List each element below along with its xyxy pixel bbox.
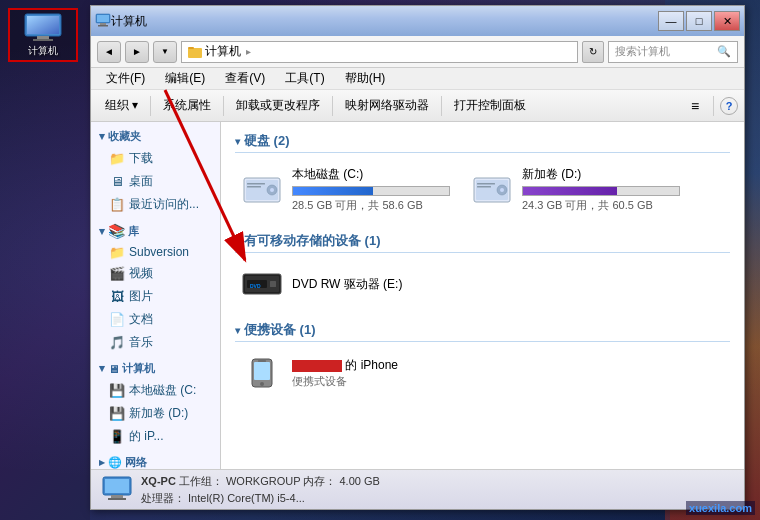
map-drive-button[interactable]: 映射网络驱动器 (337, 94, 437, 118)
status-computer-icon (101, 475, 133, 505)
menu-file[interactable]: 文件(F) (97, 67, 154, 90)
open-panel-button[interactable]: 打开控制面板 (446, 94, 534, 118)
sidebar-item-d-drive[interactable]: 💾 新加卷 (D:) (91, 402, 220, 425)
sidebar-item-recent[interactable]: 📋 最近访问的... (91, 193, 220, 216)
svg-rect-33 (105, 479, 129, 493)
iphone-sidebar-icon: 📱 (109, 430, 125, 444)
view-toggle-button[interactable]: ≡ (683, 94, 707, 118)
toolbar-right: ≡ ? (683, 94, 738, 118)
svg-rect-6 (97, 15, 109, 22)
music-icon: 🎵 (109, 336, 125, 350)
hard-drives-section: ▾ 硬盘 (2) (235, 132, 730, 218)
iphone-device-sub: 便携式设备 (292, 374, 398, 389)
portable-label: 便携设备 (1) (244, 321, 316, 339)
recent-label: 最近访问的... (129, 196, 199, 213)
removable-arrow: ▾ (235, 236, 240, 247)
ram-label: 内存： (303, 475, 336, 487)
sidebar-item-subversion[interactable]: 📁 Subversion (91, 242, 220, 262)
uninstall-button[interactable]: 卸载或更改程序 (228, 94, 328, 118)
hard-drives-title: ▾ 硬盘 (2) (235, 132, 730, 153)
iphone-device-icon (240, 355, 284, 391)
back-button[interactable]: ◄ (97, 41, 121, 63)
toolbar: 组织 ▾ 系统属性 卸载或更改程序 映射网络驱动器 打开控制面板 ≡ ? (91, 90, 744, 122)
dvd-icon: DVD (240, 266, 284, 302)
menu-help[interactable]: 帮助(H) (336, 67, 395, 90)
toolbar-sep-5 (713, 96, 714, 116)
toolbar-sep-1 (150, 96, 151, 116)
menu-edit[interactable]: 编辑(E) (156, 67, 214, 90)
svg-rect-7 (100, 23, 106, 25)
hdd-icon (242, 174, 282, 206)
c-drive-label: 本地磁盘 (C: (129, 382, 196, 399)
iphone-name-text: 的 iPhone (345, 358, 398, 372)
download-label: 下载 (129, 150, 153, 167)
desktop-folder-icon: 🖥 (109, 175, 125, 189)
d-drive-free: 24.3 GB 可用 (522, 199, 587, 211)
network-label: 网络 (125, 455, 147, 469)
close-button[interactable]: ✕ (714, 11, 740, 31)
minimize-button[interactable]: — (658, 11, 684, 31)
sidebar-item-music[interactable]: 🎵 音乐 (91, 331, 220, 354)
toolbar-sep-4 (441, 96, 442, 116)
organize-button[interactable]: 组织 ▾ (97, 94, 146, 118)
c-drive-bar-container (292, 186, 450, 196)
refresh-button[interactable]: ↻ (582, 41, 604, 63)
docs-label: 文档 (129, 311, 153, 328)
sidebar-item-download[interactable]: 📁 下载 (91, 147, 220, 170)
title-bar-icon (95, 13, 111, 29)
svg-rect-15 (247, 183, 265, 185)
menu-view[interactable]: 查看(V) (216, 67, 274, 90)
video-icon: 🎬 (109, 267, 125, 281)
d-drive-size: 24.3 GB 可用，共 60.5 GB (522, 198, 680, 213)
library-label: 库 (128, 224, 139, 239)
help-button[interactable]: ? (720, 97, 738, 115)
toolbar-sep-3 (332, 96, 333, 116)
c-drive-size: 28.5 GB 可用，共 58.6 GB (292, 198, 450, 213)
uninstall-label: 卸载或更改程序 (236, 97, 320, 114)
d-drive-total: 共 60.5 GB (598, 199, 652, 211)
search-box[interactable]: 搜索计算机 🔍 (608, 41, 738, 63)
removable-section: ▾ 有可移动存储的设备 (1) DVD DVD RW 驱动器 (E:) (235, 232, 730, 307)
computer-icon: 🖥 (108, 363, 119, 375)
c-drive-item[interactable]: 本地磁盘 (C:) 28.5 GB 可用，共 58.6 GB (235, 161, 455, 218)
iphone-item[interactable]: 的 iPhone 便携式设备 (235, 350, 455, 396)
address-input[interactable]: 计算机 ▸ (181, 41, 578, 63)
svg-rect-26 (270, 281, 276, 287)
maximize-button[interactable]: □ (686, 11, 712, 31)
d-drive-bar (523, 187, 617, 195)
svg-point-30 (260, 382, 264, 386)
map-drive-label: 映射网络驱动器 (345, 97, 429, 114)
sidebar-item-iphone[interactable]: 📱 的 iP... (91, 425, 220, 448)
recent-button[interactable]: ▼ (153, 41, 177, 63)
sidebar-item-docs[interactable]: 📄 文档 (91, 308, 220, 331)
desktop-computer-icon[interactable]: 计算机 (8, 8, 78, 62)
open-panel-label: 打开控制面板 (454, 97, 526, 114)
sidebar-network-header[interactable]: ▸ 🌐 网络 (91, 452, 220, 469)
hdd2-icon (472, 174, 512, 206)
status-bar: XQ-PC 工作组： WORKGROUP 内存： 4.00 GB 处理器： In… (91, 469, 744, 509)
title-bar: 计算机 — □ ✕ (91, 6, 744, 36)
sidebar-item-c-drive[interactable]: 💾 本地磁盘 (C: (91, 379, 220, 402)
computer-arrow: ▾ (99, 362, 105, 375)
svg-rect-35 (108, 498, 126, 500)
iphone-device-name: 的 iPhone (292, 357, 398, 374)
iphone-icon (244, 357, 280, 389)
music-label: 音乐 (129, 334, 153, 351)
svg-rect-16 (247, 186, 261, 188)
docs-icon: 📄 (109, 313, 125, 327)
system-props-button[interactable]: 系统属性 (155, 94, 219, 118)
iphone-sidebar-label: 的 iP... (129, 428, 163, 445)
favorites-label: 收藏夹 (108, 129, 141, 144)
dvd-item[interactable]: DVD DVD RW 驱动器 (E:) (235, 261, 455, 307)
sidebar-item-pictures[interactable]: 🖼 图片 (91, 285, 220, 308)
sidebar-item-video[interactable]: 🎬 视频 (91, 262, 220, 285)
portable-arrow: ▾ (235, 325, 240, 336)
d-drive-item[interactable]: 新加卷 (D:) 24.3 GB 可用，共 60.5 GB (465, 161, 685, 218)
sidebar-item-desktop[interactable]: 🖥 桌面 (91, 170, 220, 193)
forward-button[interactable]: ► (125, 41, 149, 63)
sidebar-favorites-header[interactable]: ▾ 收藏夹 (91, 126, 220, 147)
sidebar-library-header[interactable]: ▾ 📚 库 (91, 220, 220, 242)
menu-tools[interactable]: 工具(T) (276, 67, 333, 90)
svg-rect-21 (477, 183, 495, 185)
sidebar-computer-header[interactable]: ▾ 🖥 计算机 (91, 358, 220, 379)
